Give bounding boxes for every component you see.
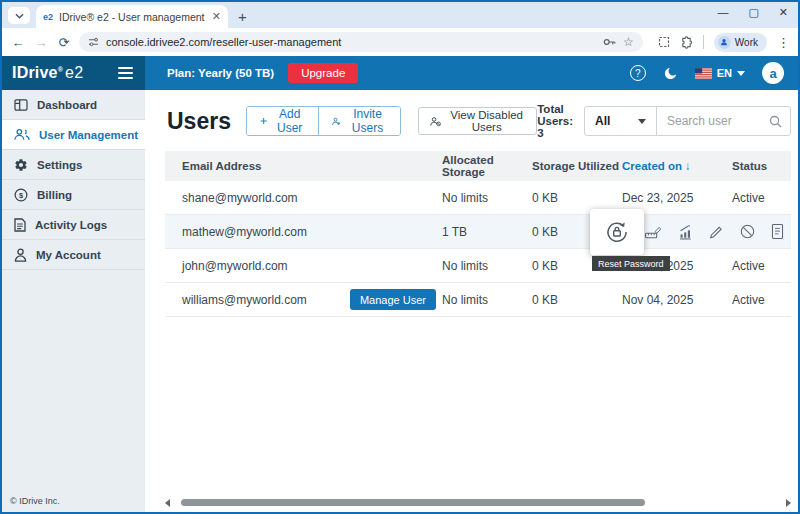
scroll-right-icon[interactable] [786, 499, 791, 507]
tab-close-icon[interactable]: ✕ [212, 10, 221, 23]
help-icon[interactable]: ? [630, 65, 646, 81]
sidebar-item-settings[interactable]: Settings [2, 150, 145, 180]
tab-search-button[interactable] [8, 7, 30, 24]
status-badge: Active [732, 191, 791, 205]
password-key-icon[interactable] [603, 37, 616, 47]
url-text: console.idrivee2.com/reseller-user-manag… [106, 36, 596, 48]
browser-tab[interactable]: e2 IDrive® e2 - User management ✕ [36, 5, 228, 28]
main-content: Users Add User Invite Users View Disable… [145, 90, 798, 512]
dark-mode-moon-icon[interactable] [663, 66, 678, 81]
allocated-storage: No limits [442, 191, 532, 205]
table-row-hovered[interactable]: mathew@myworld.com 1 TB 0 KB [165, 215, 791, 249]
logs-document-icon [14, 218, 26, 232]
manage-user-button[interactable]: Manage User [350, 289, 436, 310]
allocated-storage: No limits [442, 259, 532, 273]
reload-icon[interactable]: ⟳ [56, 35, 72, 50]
user-filter-dropdown[interactable]: All [585, 107, 657, 135]
edit-pencil-icon[interactable] [708, 223, 725, 240]
gear-icon [14, 158, 28, 172]
reset-password-lock-icon [604, 219, 630, 245]
reset-password-button[interactable] [590, 209, 644, 255]
user-email: williams@myworld.com [182, 293, 307, 307]
status-badge: Active [732, 293, 791, 307]
chevron-down-icon [737, 71, 745, 76]
invite-users-button[interactable]: Invite Users [318, 107, 400, 135]
usage-stats-icon[interactable] [676, 223, 694, 241]
chevron-down-icon [638, 119, 646, 124]
dashboard-icon [14, 99, 28, 111]
table-header-row: Email Address Allocated Storage Storage … [165, 151, 791, 181]
browser-toolbar: ← → ⟳ console.idrivee2.com/reseller-user… [2, 28, 798, 56]
user-email: shane@myworld.com [165, 191, 442, 205]
scrollbar-thumb[interactable] [181, 499, 645, 506]
idrive-e2-logo: IDrive®e2 [12, 64, 83, 82]
scrollbar-track[interactable] [173, 499, 783, 507]
copyright-text: © IDrive Inc. [10, 496, 60, 506]
view-logs-icon[interactable] [770, 223, 785, 240]
account-avatar[interactable]: a [762, 62, 784, 84]
sidebar-item-dashboard[interactable]: Dashboard [2, 90, 145, 120]
browser-tabstrip: e2 IDrive® e2 - User management ✕ + — ▢ … [2, 2, 798, 28]
sidebar-item-billing[interactable]: $ Billing [2, 180, 145, 210]
disable-user-icon[interactable] [739, 223, 756, 240]
screenshot-icon[interactable] [658, 36, 670, 48]
page-title: Users [167, 108, 231, 135]
plan-bar: Plan: Yearly (50 TB) Upgrade ? EN a [145, 56, 798, 90]
total-users-count: Total Users: 3 [537, 103, 573, 139]
tab-title: IDrive® e2 - User management [59, 11, 206, 23]
site-info-icon[interactable] [88, 37, 99, 47]
hamburger-menu-icon[interactable] [118, 67, 133, 79]
status-badge: Active [732, 259, 791, 273]
col-created-sorted[interactable]: Created on ↓ [622, 160, 732, 172]
window-close-icon[interactable]: ✕ [779, 6, 788, 19]
col-utilized: Storage Utilized [532, 160, 622, 172]
user-email: john@myworld.com [165, 259, 442, 273]
allocated-storage: No limits [442, 293, 532, 307]
forward-icon: → [33, 35, 49, 50]
scroll-left-icon[interactable] [165, 499, 170, 507]
modify-storage-icon[interactable] [644, 223, 662, 241]
brand-area: IDrive®e2 [2, 56, 145, 90]
upgrade-button[interactable]: Upgrade [288, 63, 358, 83]
extensions-puzzle-icon[interactable] [680, 36, 693, 49]
horizontal-scrollbar[interactable] [165, 498, 791, 507]
filter-search-container: All [584, 106, 791, 136]
billing-icon: $ [14, 188, 28, 202]
col-email: Email Address [165, 160, 442, 172]
language-label: EN [717, 67, 732, 79]
sidebar-item-my-account[interactable]: My Account [2, 240, 145, 270]
browser-menu-icon[interactable]: ⋮ [777, 35, 790, 50]
tab-favicon: e2 [43, 12, 53, 22]
profile-chip[interactable]: Work [714, 33, 767, 52]
add-user-button[interactable]: Add User [247, 107, 318, 135]
col-status: Status [732, 160, 791, 172]
sort-desc-icon: ↓ [685, 160, 691, 172]
language-selector[interactable]: EN [695, 67, 745, 79]
window-minimize-icon[interactable]: — [717, 6, 728, 19]
user-email: mathew@myworld.com [165, 225, 442, 239]
app-header: IDrive®e2 Plan: Yearly (50 TB) Upgrade ?… [2, 56, 798, 90]
bookmark-star-icon[interactable]: ☆ [623, 35, 634, 49]
search-icon[interactable] [769, 115, 782, 128]
search-input[interactable] [657, 114, 769, 128]
col-allocated: Allocated Storage [442, 154, 532, 178]
window-maximize-icon[interactable]: ▢ [748, 6, 758, 19]
back-icon[interactable]: ← [10, 35, 26, 50]
us-flag-icon [695, 68, 712, 79]
created-on: Dec 23, 2025 [622, 191, 732, 205]
sidebar-item-user-management[interactable]: User Management [2, 120, 145, 150]
table-row[interactable]: john@myworld.com No limits 0 KB Dec 23, … [165, 249, 791, 283]
view-disabled-users-button[interactable]: View Disabled Users [418, 107, 537, 135]
user-actions-group: Add User Invite Users [246, 106, 401, 136]
address-bar[interactable]: console.idrivee2.com/reseller-user-manag… [79, 32, 643, 52]
users-icon [14, 128, 30, 141]
svg-text:$: $ [19, 190, 24, 199]
table-row[interactable]: williams@myworld.com Manage User No limi… [165, 283, 791, 317]
sidebar-item-activity-logs[interactable]: Activity Logs [2, 210, 145, 240]
row-action-icons [644, 215, 785, 248]
new-tab-button[interactable]: + [238, 8, 247, 25]
profile-avatar-icon [718, 36, 731, 49]
table-row[interactable]: shane@myworld.com No limits 0 KB Dec 23,… [165, 181, 791, 215]
storage-utilized: 0 KB [532, 293, 622, 307]
toolbar-divider [703, 35, 704, 49]
